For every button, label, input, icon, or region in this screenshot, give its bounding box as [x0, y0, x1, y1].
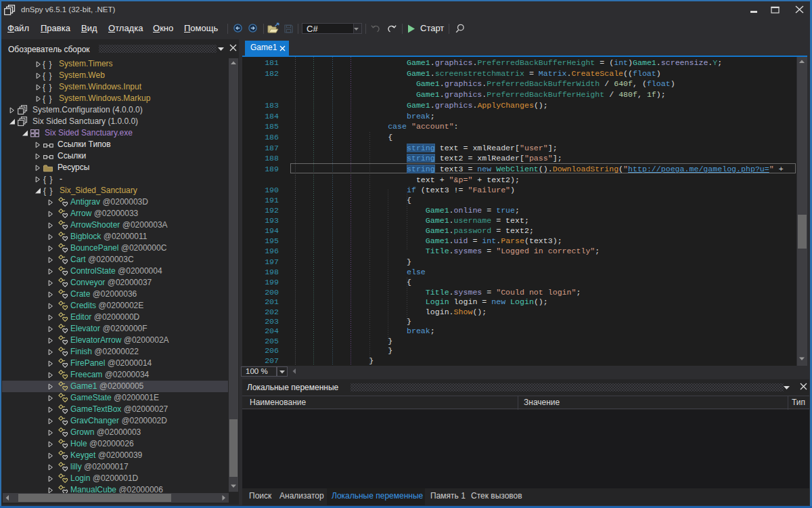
svg-text:{: {: [43, 94, 45, 104]
svg-text:}: }: [49, 83, 52, 92]
svg-text:}: }: [49, 94, 52, 104]
svg-text:}: }: [49, 60, 52, 69]
svg-text:{: {: [43, 175, 46, 184]
svg-text:}: }: [50, 186, 53, 196]
svg-text:}: }: [50, 175, 53, 184]
svg-text:{: {: [43, 83, 45, 92]
svg-text:{: {: [43, 71, 45, 81]
svg-text:{: {: [43, 60, 45, 69]
svg-text:}: }: [49, 71, 52, 81]
svg-text:{: {: [43, 186, 46, 196]
